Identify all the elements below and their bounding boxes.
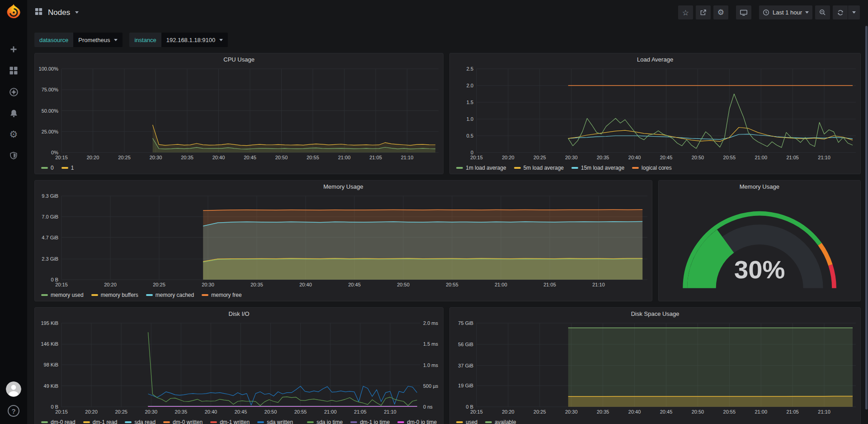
chart-canvas[interactable]: 20:1520:2020:2520:3020:3520:4020:4520:50… (37, 192, 654, 289)
panel-title[interactable]: Memory Usage (35, 181, 652, 192)
x-tick-label: 20:25 (118, 155, 131, 160)
variable-instance: instance 192.168.1.18:9100 (129, 33, 228, 47)
legend-item-dm-1-io-time[interactable]: dm-1 io time (350, 419, 390, 424)
x-tick-label: 20:15 (55, 282, 68, 287)
legend-item-dm-1-written[interactable]: dm-1 written (210, 419, 250, 424)
legend-item-dm-1-read[interactable]: dm-1 read (83, 419, 118, 424)
zoom-out-button[interactable] (815, 5, 830, 19)
legend-swatch (632, 167, 639, 169)
share-button[interactable] (696, 5, 711, 19)
legend-item-1[interactable]: 1 (61, 165, 74, 171)
help-icon[interactable]: ? (8, 405, 19, 417)
legend-item-memory-used[interactable]: memory used (41, 292, 84, 298)
sidebar-item-create[interactable] (8, 44, 19, 55)
grafana-logo[interactable] (5, 3, 23, 21)
refresh-button-group (833, 5, 860, 19)
legend-item-used[interactable]: used (456, 419, 477, 424)
chart-canvas[interactable]: 20:1520:2020:2520:3020:3520:4020:4520:50… (37, 65, 445, 162)
datasource-dropdown[interactable]: Prometheus (73, 33, 123, 47)
sidebar-item-server-admin[interactable] (8, 150, 19, 161)
legend-item-dm-0-read[interactable]: dm-0 read (41, 419, 75, 424)
sidebar-item-dashboards[interactable] (8, 65, 19, 76)
panel-title[interactable]: Disk I/O (35, 308, 443, 319)
x-tick-label: 20:40 (212, 155, 225, 160)
disk-space-chart[interactable]: 20:1520:2020:2520:3020:3520:4020:4520:50… (450, 319, 860, 416)
panel-title[interactable]: Load Average (450, 53, 860, 65)
legend-item-sda-io-time[interactable]: sda io time (307, 419, 343, 424)
x-tick-label: 21:10 (818, 409, 831, 414)
load-legend: 1m load average5m load average15m load a… (450, 162, 860, 174)
series-fill-available (568, 328, 853, 407)
panel-memory-usage: Memory Usage 20:1520:2020:2520:3020:3520… (34, 180, 652, 301)
instance-dropdown[interactable]: 192.168.1.18:9100 (161, 33, 228, 47)
chart-canvas[interactable]: 20:1520:2020:2520:3020:3520:4020:4520:50… (452, 319, 862, 416)
y-tick-label: 56 GiB (458, 342, 474, 347)
legend-group: memory usedmemory buffersmemory cachedme… (41, 292, 242, 298)
legend-item-memory-cached[interactable]: memory cached (146, 292, 194, 298)
dashboard-title[interactable]: Nodes (48, 8, 70, 17)
y-tick-label: 50.00% (42, 108, 59, 114)
x-tick-label: 20:50 (692, 155, 704, 160)
y-tick-label: 146 KiB (41, 341, 58, 347)
dashboard-caret-icon[interactable] (75, 11, 79, 14)
legend-item-sda-written[interactable]: sda written (257, 419, 293, 424)
cpu-usage-chart[interactable]: 20:1520:2020:2520:3020:3520:4020:4520:50… (35, 65, 443, 162)
panel-title[interactable]: Memory Usage (659, 181, 860, 192)
scrollbar-thumb[interactable] (865, 26, 868, 410)
y-tick-label: 9.3 GiB (42, 193, 58, 199)
disk-space-legend: usedavailable (450, 416, 860, 424)
sidebar-item-configuration[interactable]: ⚙ (8, 129, 19, 140)
refresh-interval-button[interactable] (848, 5, 860, 19)
y-tick-label: 100.00% (39, 66, 59, 71)
legend-item-available[interactable]: available (485, 419, 516, 424)
panel-title[interactable]: CPU Usage (35, 53, 443, 65)
legend-item-memory-free[interactable]: memory free (202, 292, 241, 298)
y-tick-label: 19 GiB (458, 383, 474, 388)
refresh-button[interactable] (833, 5, 848, 19)
star-button[interactable]: ☆ (678, 5, 693, 19)
panel-disk-io: Disk I/O 20:1520:2020:2520:3020:3520:402… (34, 307, 443, 424)
y-tick-label: 2.3 GiB (42, 256, 58, 262)
x-tick-label: 20:40 (205, 409, 217, 414)
x-tick-label: 20:20 (87, 155, 99, 160)
legend-item-dm-0-io-time[interactable]: dm-0 io time (397, 419, 437, 424)
grafana-app: ⚙ ? (0, 0, 868, 424)
legend-item-5m-load-average[interactable]: 5m load average (514, 165, 564, 171)
x-tick-label: 21:10 (818, 155, 831, 160)
panel-title[interactable]: Disk Space Usage (450, 308, 860, 319)
sidebar-item-explore[interactable] (8, 86, 19, 97)
y-tick-label: 0 B (51, 277, 58, 282)
dashboard-grid: CPU Usage 20:1520:2020:2520:3020:3520:40… (27, 47, 868, 424)
legend-label: dm-1 written (220, 419, 250, 424)
x-tick-label: 21:00 (324, 409, 337, 414)
legend-item-memory-buffers[interactable]: memory buffers (91, 292, 138, 298)
dashboard-settings-button[interactable]: ⚙ (713, 5, 728, 19)
legend-label: 1 (71, 165, 74, 171)
disk-io-chart[interactable]: 20:1520:2020:2520:3020:3520:4020:4520:50… (35, 319, 443, 416)
legend-item-0[interactable]: 0 (41, 165, 54, 171)
y2-tick-label: 500 µs (423, 383, 439, 389)
legend-item-dm-0-written[interactable]: dm-0 written (163, 419, 203, 424)
legend-item-1m-load-average[interactable]: 1m load average (456, 165, 506, 171)
caret-down-icon (219, 39, 223, 41)
gauge-value: 30% (734, 255, 785, 284)
cpu-legend: 01 (35, 162, 443, 174)
chart-canvas[interactable]: 20:1520:2020:2520:3020:3520:4020:4520:50… (452, 65, 862, 162)
legend-swatch (61, 167, 68, 169)
legend-item-15m-load-average[interactable]: 15m load average (571, 165, 624, 171)
y-tick-label: 2.0 (467, 83, 473, 88)
legend-item-logical-cores[interactable]: logical cores (632, 165, 672, 171)
sidebar-item-alerting[interactable] (8, 108, 19, 119)
tv-mode-button[interactable] (736, 5, 751, 19)
y-tick-label: 37 GiB (458, 363, 474, 368)
user-avatar[interactable] (6, 381, 21, 397)
navbar-left: Nodes (34, 7, 79, 18)
time-range-picker[interactable]: Last 1 hour (759, 5, 812, 19)
chart-canvas[interactable]: 20:1520:2020:2520:3020:3520:4020:4520:50… (37, 319, 445, 416)
y2-tick-label: 0 ns (423, 404, 433, 410)
load-average-chart[interactable]: 20:1520:2020:2520:3020:3520:4020:4520:50… (450, 65, 860, 162)
legend-group: sda io timedm-1 io timedm-0 io time (307, 419, 437, 424)
memory-usage-chart[interactable]: 20:1520:2020:2520:3020:3520:4020:4520:50… (35, 192, 652, 289)
x-tick-label: 20:35 (250, 282, 263, 287)
legend-item-sda-read[interactable]: sda read (125, 419, 156, 424)
